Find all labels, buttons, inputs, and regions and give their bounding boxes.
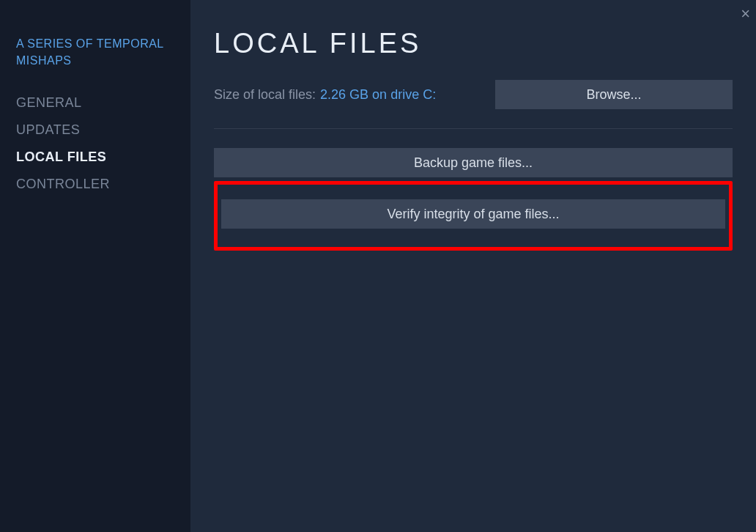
size-row: Size of local files: 2.26 GB on drive C:…	[214, 80, 733, 109]
browse-button[interactable]: Browse...	[495, 80, 733, 109]
page-title: LOCAL FILES	[214, 28, 733, 59]
sidebar-item-controller[interactable]: CONTROLLER	[16, 171, 174, 198]
close-icon[interactable]: ×	[741, 6, 750, 22]
size-label: Size of local files:	[214, 87, 316, 103]
sidebar-item-updates[interactable]: UPDATES	[16, 117, 174, 144]
main-panel: × LOCAL FILES Size of local files: 2.26 …	[190, 0, 756, 532]
divider	[214, 128, 733, 129]
highlight-annotation: Verify integrity of game files...	[214, 181, 733, 251]
sidebar: A SERIES OF TEMPORAL MISHAPS GENERAL UPD…	[0, 0, 190, 532]
backup-button[interactable]: Backup game files...	[214, 148, 733, 177]
sidebar-item-general[interactable]: GENERAL	[16, 89, 174, 117]
size-info: Size of local files: 2.26 GB on drive C:	[214, 87, 436, 103]
verify-integrity-button[interactable]: Verify integrity of game files...	[221, 199, 725, 229]
sidebar-item-local-files[interactable]: LOCAL FILES	[16, 144, 174, 171]
size-value-link[interactable]: 2.26 GB on drive C:	[320, 87, 436, 103]
game-title: A SERIES OF TEMPORAL MISHAPS	[16, 35, 174, 69]
